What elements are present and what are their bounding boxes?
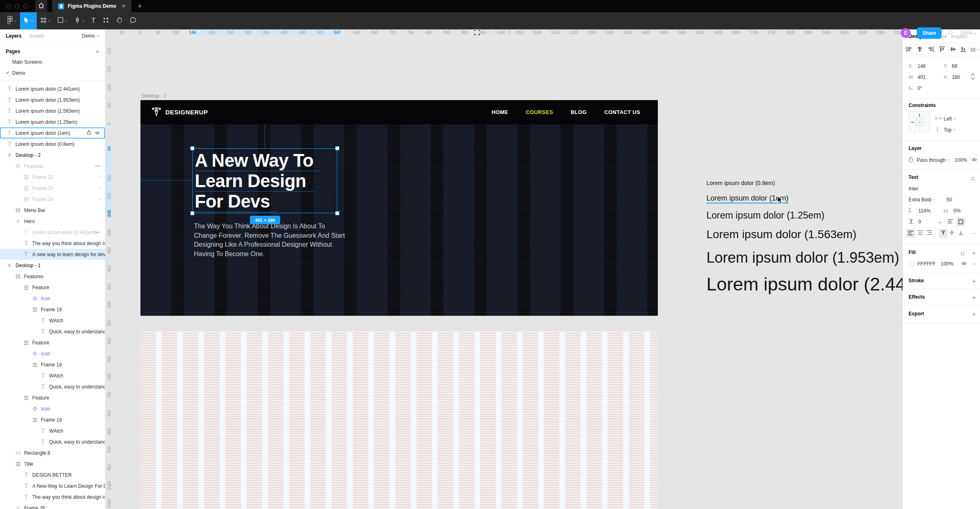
layer-row[interactable]: Icon [0,403,105,414]
align-bottom-icon[interactable] [960,46,966,54]
hand-tool-button[interactable] [113,12,126,29]
auto-height-icon[interactable] [948,219,953,225]
nav-item-home[interactable]: HOME [492,109,508,115]
layer-row[interactable]: Feature [0,392,105,403]
y-value-field[interactable]: 68 [952,63,957,69]
layer-row[interactable]: Frame 18 [0,359,105,370]
layer-row[interactable]: TQuick, easy to understand ma... [0,381,105,392]
blend-mode-dropdown[interactable]: Pass through [917,157,949,163]
layer-row[interactable]: TWAtch [0,370,105,381]
nav-item-blog[interactable]: BLOG [571,109,587,115]
text-valign-bottom-icon[interactable] [958,230,963,237]
frame-name-label[interactable]: Desktop - 2 [141,93,166,99]
layer-row[interactable]: Frame 18 [0,414,105,425]
page-item-demo[interactable]: ✓ Demo [0,67,105,78]
line-height-field[interactable]: 114% [918,208,931,214]
close-tab-icon[interactable]: ✕ [122,3,126,9]
main-menu-button[interactable] [2,12,20,29]
h-value-field[interactable]: 180 [952,74,960,80]
add-stroke-button[interactable]: + [972,277,976,284]
type-sample[interactable]: Lorem ipsum dolor (1em) [706,194,788,203]
layer-row[interactable]: #Desktop - 1 [0,260,105,271]
layer-row[interactable]: TThe way you think about design is abo..… [0,491,105,502]
layer-row[interactable]: TLorem ipsum dolor (0.8em) [0,138,105,150]
eye-icon[interactable] [95,130,100,136]
design-menu-bar[interactable]: DESIGNERUP HOMECOURSESBLOGCONTACT US [140,100,658,125]
add-page-button[interactable]: + [96,48,99,55]
pen-tool-button[interactable] [71,12,88,29]
layer-row[interactable]: Feature [0,337,105,348]
present-button[interactable] [948,29,953,37]
layer-opacity-field[interactable]: 100% [955,157,967,163]
rotation-value-field[interactable]: 0° [918,85,922,91]
layer-row[interactable]: TLorem ipsum dolor (1em) [0,127,105,138]
font-family-dropdown[interactable]: Inter [909,186,918,192]
layer-row[interactable]: Frame 18 [0,304,105,315]
selection-handle-top-left[interactable] [190,146,194,150]
type-details-button[interactable]: ··· [971,230,977,236]
type-sample[interactable]: Lorem ipsum dolor (1.25em) [706,210,824,221]
layer-row[interactable]: Frame 22 [0,172,105,183]
fill-opacity-field[interactable]: 100% [941,261,953,267]
avatar[interactable]: E [901,28,911,38]
text-align-left-icon[interactable] [906,229,915,238]
hidden-eye-icon[interactable] [95,163,100,169]
text-align-center-icon[interactable] [918,230,923,236]
window-controls[interactable] [6,4,28,9]
minimize-window-button[interactable] [15,4,19,9]
maximize-window-button[interactable] [23,4,28,9]
add-export-button[interactable]: + [972,310,976,317]
layer-row[interactable]: TWAtch [0,315,105,326]
layer-row[interactable]: Feature [0,282,105,293]
hidden-eye-icon[interactable] [95,230,100,235]
layer-row[interactable]: Frame 24 [0,194,105,205]
layer-row[interactable]: TLorem ipsum dolor (1.953em) [0,94,105,105]
layer-row[interactable]: TQuick, easy to understand ma... [0,436,105,447]
fixed-size-icon[interactable] [956,217,965,226]
page-item-main-screens[interactable]: Main Screens [0,56,105,67]
layer-row[interactable]: TA New Way to Learn Design For Devs [0,480,105,491]
move-tool-button[interactable] [20,12,37,29]
letter-spacing-field[interactable]: 0% [953,208,960,214]
layer-row[interactable]: TThe way you think about design is abo..… [0,238,105,249]
zoom-level-dropdown[interactable]: 104% [960,30,976,36]
selection-handle-bottom-right[interactable] [335,211,339,215]
close-window-button[interactable] [6,4,11,9]
fill-hex-field[interactable]: FFFFFF [918,261,935,267]
layer-row[interactable]: Title [0,458,105,469]
layer-row[interactable]: TLorem ipsum dolor (1.25em) [0,116,105,127]
paragraph-spacing-field[interactable]: 0 [918,219,921,225]
align-vertical-center-icon[interactable] [950,46,956,54]
page-dropdown[interactable]: Demo [82,33,99,39]
layer-row[interactable]: Features [0,271,105,282]
layer-row[interactable]: TLorem ipsum dolor (2.441em) [0,83,105,94]
text-tool-button[interactable]: T [88,12,99,29]
font-size-field[interactable]: 50 [947,197,952,203]
layer-row[interactable]: Rectangle 8 [0,447,105,458]
layer-row[interactable]: #Frame 26 [0,502,105,509]
align-horizontal-center-icon[interactable] [917,46,923,53]
remove-fill-button[interactable]: − [972,261,975,267]
tab-assets[interactable]: Assets [29,33,44,39]
hero-paragraph[interactable]: The Way You Think About Design Is About … [194,222,345,259]
layer-row[interactable]: #Hero [0,216,105,227]
align-right-icon[interactable] [928,46,934,53]
auto-width-icon[interactable]: ↔ [938,219,942,225]
layer-row[interactable]: #Desktop - 2 [0,150,105,161]
eye-icon[interactable] [971,157,977,163]
comment-tool-button[interactable] [126,12,140,29]
vertical-constraint-dropdown[interactable]: Top [944,127,955,133]
layer-row[interactable]: Icon [0,293,105,304]
new-tab-button[interactable]: + [138,2,142,10]
layer-row[interactable]: Frame 23 [0,183,105,194]
layer-row[interactable]: Icon [0,348,105,359]
w-value-field[interactable]: 401 [918,74,926,80]
add-effect-button[interactable]: + [972,293,976,300]
type-sample[interactable]: Lorem ipsum dolor (1.953em) [706,249,899,266]
type-sample[interactable]: Lorem ipsum dolor (2.441em) [706,274,902,295]
constrain-proportions-icon[interactable] [971,74,975,81]
text-valign-middle-icon[interactable] [949,230,954,237]
frame-tool-button[interactable] [37,12,54,29]
selection-bounding-box[interactable] [192,148,337,213]
text-align-right-icon[interactable] [927,230,932,236]
